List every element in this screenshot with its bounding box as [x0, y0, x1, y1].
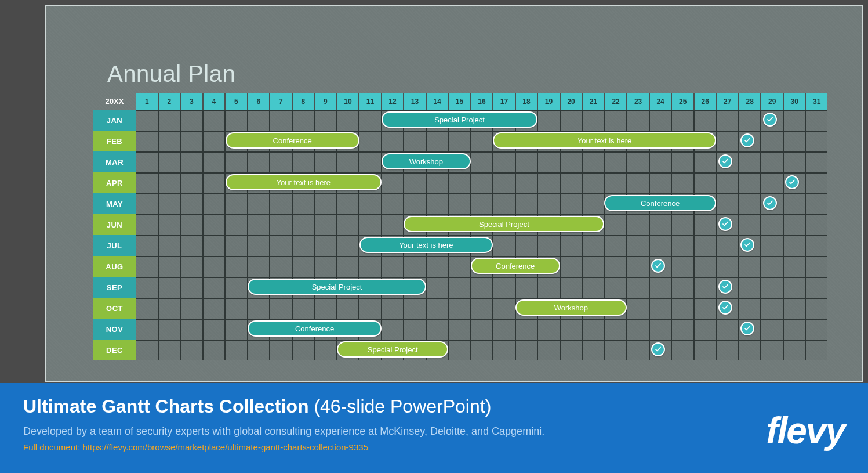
month-label: APR	[93, 172, 136, 193]
grid-cell	[492, 235, 515, 256]
footer-banner: Ultimate Gantt Charts Collection (46-sli…	[0, 383, 868, 473]
slide-frame: Annual Plan 20XX123456789101112131415161…	[45, 5, 863, 382]
grid-cell	[202, 277, 225, 298]
banner-description: Developed by a team of security experts …	[23, 425, 845, 438]
grid-cell	[626, 172, 649, 193]
check-icon	[740, 133, 754, 147]
grid-cell	[783, 131, 805, 151]
grid-cell	[158, 340, 180, 360]
grid-cell	[180, 298, 202, 319]
grid-cell	[336, 256, 359, 277]
grid-cell	[537, 110, 560, 131]
grid-cell	[426, 277, 448, 298]
grid-cell	[403, 298, 426, 319]
grid-cell	[158, 151, 180, 172]
day-header: 16	[470, 93, 493, 110]
grid-cell	[671, 214, 693, 235]
grid-cell	[805, 131, 827, 151]
grid-cell	[136, 110, 158, 131]
grid-cell	[716, 110, 738, 131]
day-header: 11	[358, 93, 381, 110]
grid-cell	[604, 214, 627, 235]
grid-cell	[247, 193, 270, 214]
gantt-bar: Conference	[471, 258, 560, 274]
grid-cell	[202, 340, 225, 360]
grid-cell	[604, 319, 627, 340]
grid-cell	[537, 319, 560, 340]
grid-cell	[783, 298, 805, 319]
banner-title-rest: (46-slide PowerPoint)	[309, 396, 492, 417]
gantt-lane: Workshop	[136, 298, 827, 319]
grid-cell	[492, 340, 515, 360]
grid-cell	[649, 277, 671, 298]
grid-cell	[560, 110, 582, 131]
banner-link[interactable]: Full document: https://flevy.com/browse/…	[23, 442, 845, 452]
grid-cell	[604, 110, 627, 131]
check-icon	[718, 154, 732, 168]
grid-cell	[381, 214, 404, 235]
grid-cell	[805, 235, 827, 256]
check-icon	[785, 175, 799, 189]
month-label: JAN	[93, 110, 136, 131]
grid-cell	[760, 319, 783, 340]
grid-cell	[515, 193, 537, 214]
grid-cell	[470, 319, 493, 340]
grid-cell	[202, 214, 225, 235]
check-icon	[740, 238, 754, 252]
grid-cell	[470, 172, 493, 193]
grid-cell	[224, 256, 247, 277]
gantt-lane: Special Project	[136, 214, 827, 235]
month-label: MAY	[93, 193, 136, 214]
gantt-bar: Special Project	[248, 279, 426, 295]
grid-cell	[783, 214, 805, 235]
grid-cell	[358, 110, 381, 131]
grid-cell	[247, 298, 270, 319]
grid-cell	[805, 319, 827, 340]
grid-cell	[358, 131, 381, 151]
grid-cell	[358, 193, 381, 214]
grid-cell	[537, 235, 560, 256]
gantt-bar: Conference	[604, 195, 716, 211]
check-icon	[763, 196, 777, 210]
grid-cell	[224, 319, 247, 340]
grid-cell	[626, 110, 649, 131]
grid-cell	[470, 131, 493, 151]
check-icon	[740, 322, 754, 335]
day-header: 17	[492, 93, 515, 110]
grid-cell	[381, 319, 404, 340]
month-label: SEP	[93, 277, 136, 298]
grid-cell	[269, 193, 292, 214]
grid-cell	[158, 298, 180, 319]
day-header: 10	[336, 93, 359, 110]
day-header: 4	[202, 93, 225, 110]
grid-cell	[671, 277, 693, 298]
grid-cell	[381, 131, 404, 151]
grid-cell	[426, 172, 448, 193]
grid-cell	[560, 151, 582, 172]
day-header: 13	[403, 93, 426, 110]
grid-cell	[738, 256, 761, 277]
grid-cell	[671, 298, 693, 319]
grid-cell	[649, 110, 671, 131]
stage: Annual Plan 20XX123456789101112131415161…	[0, 0, 868, 473]
grid-cell	[537, 172, 560, 193]
grid-cell	[336, 235, 359, 256]
grid-cell	[582, 340, 604, 360]
grid-cell	[136, 151, 158, 172]
grid-cell	[180, 214, 202, 235]
grid-cell	[492, 277, 515, 298]
grid-cell	[515, 340, 537, 360]
gantt-lane: Special Project	[136, 277, 827, 298]
grid-cell	[314, 151, 336, 172]
grid-cell	[671, 319, 693, 340]
grid-cell	[180, 131, 202, 151]
grid-cell	[626, 340, 649, 360]
grid-cell	[492, 298, 515, 319]
grid-cell	[292, 298, 314, 319]
grid-cell	[760, 256, 783, 277]
grid-cell	[202, 193, 225, 214]
month-label: JUN	[93, 214, 136, 235]
grid-cell	[492, 319, 515, 340]
grid-cell	[136, 131, 158, 151]
grid-cell	[136, 340, 158, 360]
